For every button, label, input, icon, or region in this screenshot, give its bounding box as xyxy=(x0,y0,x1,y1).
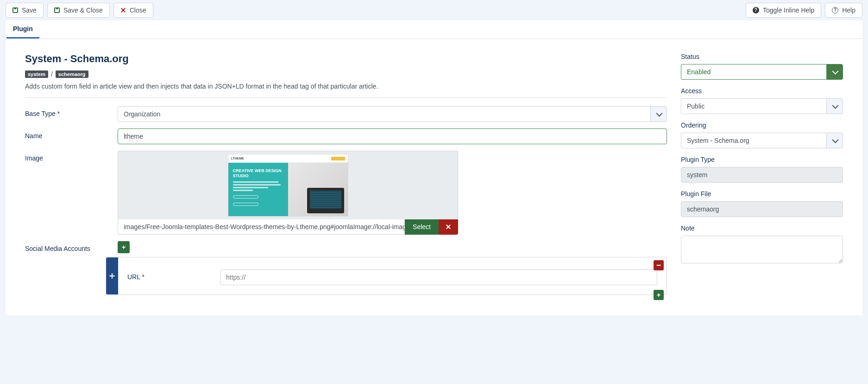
social-url-input[interactable] xyxy=(220,269,657,285)
access-value: Public xyxy=(681,98,826,114)
image-preview: LTHEME CREATIVE WEB DESIGN STUDIO xyxy=(118,151,458,219)
preview-logo: LTHEME xyxy=(231,157,244,160)
social-label: Social Media Accounts xyxy=(25,241,118,295)
name-label: Name xyxy=(25,128,118,144)
status-select[interactable]: Enabled xyxy=(681,64,843,80)
plugin-file-value: schemaorg xyxy=(681,201,843,217)
drag-handle[interactable] xyxy=(106,257,118,294)
save-close-label: Save & Close xyxy=(63,6,103,14)
badge-separator: / xyxy=(51,70,53,78)
status-value: Enabled xyxy=(681,64,826,80)
url-label: URL * xyxy=(127,269,220,285)
help-label: Help xyxy=(842,6,855,14)
close-label: Close xyxy=(130,6,146,14)
question-icon: ? xyxy=(753,7,759,13)
save-icon xyxy=(54,7,60,13)
note-textarea[interactable] xyxy=(681,236,843,263)
plugin-type-label: Plugin Type xyxy=(681,156,843,163)
image-thumbnail: LTHEME CREATIVE WEB DESIGN STUDIO xyxy=(228,154,348,217)
question-icon: ? xyxy=(832,7,838,13)
base-type-label: Base Type * xyxy=(25,106,118,122)
chevron-down-icon[interactable] xyxy=(650,106,667,122)
save-button[interactable]: Save xyxy=(6,3,44,18)
preview-headline: CREATIVE WEB DESIGN STUDIO xyxy=(233,168,283,179)
close-button[interactable]: Close xyxy=(113,3,153,18)
toggle-help-label: Toggle Inline Help xyxy=(763,6,814,14)
page-title: System - Schema.org xyxy=(25,53,667,65)
chevron-down-icon[interactable] xyxy=(826,64,843,80)
image-select-button[interactable]: Select xyxy=(405,219,439,235)
help-button[interactable]: ? Help xyxy=(825,3,862,18)
save-label: Save xyxy=(22,6,37,14)
status-label: Status xyxy=(681,53,843,60)
social-account-item: − URL * + xyxy=(118,257,667,295)
base-type-select[interactable]: Organization xyxy=(118,106,667,122)
save-close-button[interactable]: Save & Close xyxy=(47,3,110,18)
tab-plugin[interactable]: Plugin xyxy=(6,20,39,38)
close-icon xyxy=(446,224,451,230)
social-remove-button[interactable]: − xyxy=(654,260,664,270)
toggle-inline-help-button[interactable]: ? Toggle Inline Help xyxy=(746,3,821,18)
close-icon xyxy=(120,7,126,13)
plugin-description: Adds custom form field in article view a… xyxy=(25,83,667,98)
image-label: Image xyxy=(25,151,118,235)
plugin-type-value: system xyxy=(681,167,843,183)
image-clear-button[interactable] xyxy=(439,219,458,235)
name-input[interactable] xyxy=(118,128,667,144)
access-select[interactable]: Public xyxy=(681,98,843,114)
access-label: Access xyxy=(681,87,843,95)
move-icon xyxy=(109,273,115,279)
badge-system: system xyxy=(25,70,48,78)
badge-schemaorg: schemaorg xyxy=(56,70,88,78)
image-path-input[interactable]: images/Free-Joomla-templates-Best-Wordpr… xyxy=(118,219,405,235)
base-type-value: Organization xyxy=(118,106,650,122)
save-icon xyxy=(13,7,18,13)
chevron-down-icon[interactable] xyxy=(826,98,843,114)
chevron-down-icon[interactable] xyxy=(826,133,843,148)
social-add-button[interactable]: + xyxy=(118,241,130,253)
ordering-value: System - Schema.org xyxy=(681,133,826,148)
plugin-file-label: Plugin File xyxy=(681,190,843,198)
ordering-select[interactable]: System - Schema.org xyxy=(681,133,843,148)
ordering-label: Ordering xyxy=(681,122,843,129)
note-label: Note xyxy=(681,224,843,232)
social-add-below-button[interactable]: + xyxy=(654,290,664,300)
